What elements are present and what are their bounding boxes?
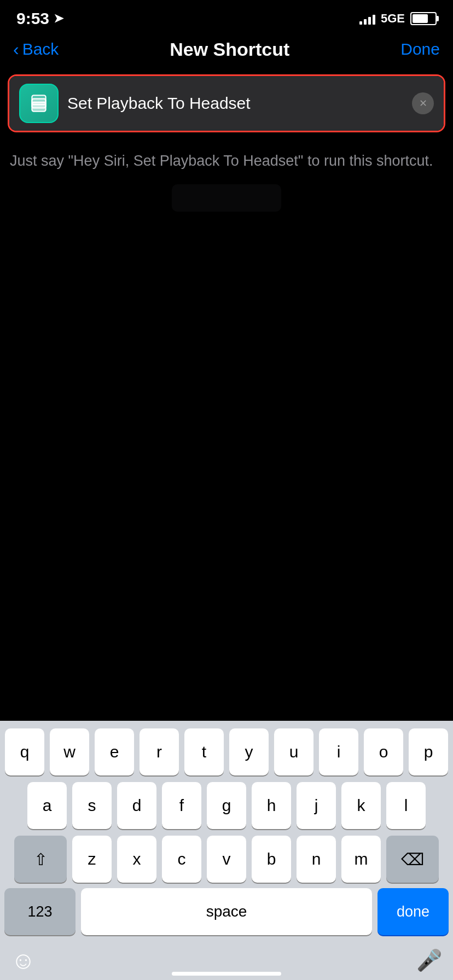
key-p[interactable]: p — [409, 728, 448, 775]
home-indicator — [172, 972, 281, 976]
done-button[interactable]: Done — [400, 40, 440, 59]
time-display: 9:53 — [16, 9, 49, 28]
network-label: 5GE — [381, 11, 405, 26]
key-v[interactable]: v — [207, 836, 246, 883]
status-icons: 5GE — [359, 11, 437, 26]
key-x[interactable]: x — [117, 836, 156, 883]
battery-indicator — [410, 12, 437, 25]
shortcut-close-button[interactable] — [412, 92, 434, 114]
key-d[interactable]: d — [117, 782, 156, 829]
status-bar: 9:53 ➤ 5GE — [0, 0, 453, 30]
keyboard: q w e r t y u i o p a s d f g h j k l ⇧ … — [0, 721, 453, 980]
keyboard-bottom-row: 123 space done — [0, 883, 453, 941]
keyboard-row-1: q w e r t y u i o p — [3, 728, 450, 775]
shortcut-app-icon — [19, 84, 59, 123]
key-j[interactable]: j — [297, 782, 336, 829]
key-y[interactable]: y — [229, 728, 269, 775]
emoji-button[interactable]: ☺ — [11, 947, 36, 974]
key-l[interactable]: l — [386, 782, 426, 829]
microphone-button[interactable]: 🎤 — [416, 948, 442, 972]
key-c[interactable]: c — [162, 836, 201, 883]
key-b[interactable]: b — [252, 836, 291, 883]
shortcut-item[interactable]: Set Playback To Headset — [9, 76, 444, 131]
nav-bar: ‹ Back New Shortcut Done — [0, 30, 453, 69]
page-title: New Shortcut — [170, 39, 289, 60]
key-z[interactable]: z — [72, 836, 112, 883]
add-action-hint — [172, 184, 281, 212]
key-w[interactable]: w — [50, 728, 89, 775]
key-e[interactable]: e — [95, 728, 134, 775]
shortcut-name: Set Playback To Headset — [67, 94, 403, 113]
key-m[interactable]: m — [341, 836, 381, 883]
key-r[interactable]: r — [140, 728, 179, 775]
status-time: 9:53 ➤ — [16, 9, 63, 28]
svg-rect-2 — [32, 102, 45, 112]
key-k[interactable]: k — [341, 782, 381, 829]
key-q[interactable]: q — [5, 728, 44, 775]
delete-key[interactable]: ⌫ — [386, 836, 439, 883]
key-a[interactable]: a — [27, 782, 67, 829]
numbers-label: 123 — [27, 903, 52, 920]
keyboard-row-2: a s d f g h j k l — [3, 782, 450, 829]
location-icon: ➤ — [54, 11, 63, 26]
key-o[interactable]: o — [364, 728, 403, 775]
shift-key[interactable]: ⇧ — [14, 836, 67, 883]
signal-bars — [359, 13, 375, 25]
space-key[interactable]: space — [81, 888, 372, 935]
key-h[interactable]: h — [252, 782, 291, 829]
keyboard-row-3: ⇧ z x c v b n m ⌫ — [3, 836, 450, 883]
siri-hint-text: Just say "Hey Siri, Set Playback To Head… — [0, 138, 453, 184]
keyboard-done-key[interactable]: done — [378, 888, 449, 935]
shortcuts-icon — [27, 92, 50, 115]
keyboard-done-label: done — [397, 903, 429, 920]
key-t[interactable]: t — [184, 728, 224, 775]
key-g[interactable]: g — [207, 782, 246, 829]
space-label: space — [206, 903, 247, 920]
key-s[interactable]: s — [72, 782, 112, 829]
key-f[interactable]: f — [162, 782, 201, 829]
key-u[interactable]: u — [274, 728, 313, 775]
key-i[interactable]: i — [319, 728, 358, 775]
numbers-key[interactable]: 123 — [4, 888, 76, 935]
chevron-left-icon: ‹ — [13, 40, 19, 58]
back-button[interactable]: ‹ Back — [13, 40, 59, 59]
shortcut-item-container: Set Playback To Headset — [8, 74, 445, 132]
key-n[interactable]: n — [297, 836, 336, 883]
back-label: Back — [22, 40, 59, 59]
